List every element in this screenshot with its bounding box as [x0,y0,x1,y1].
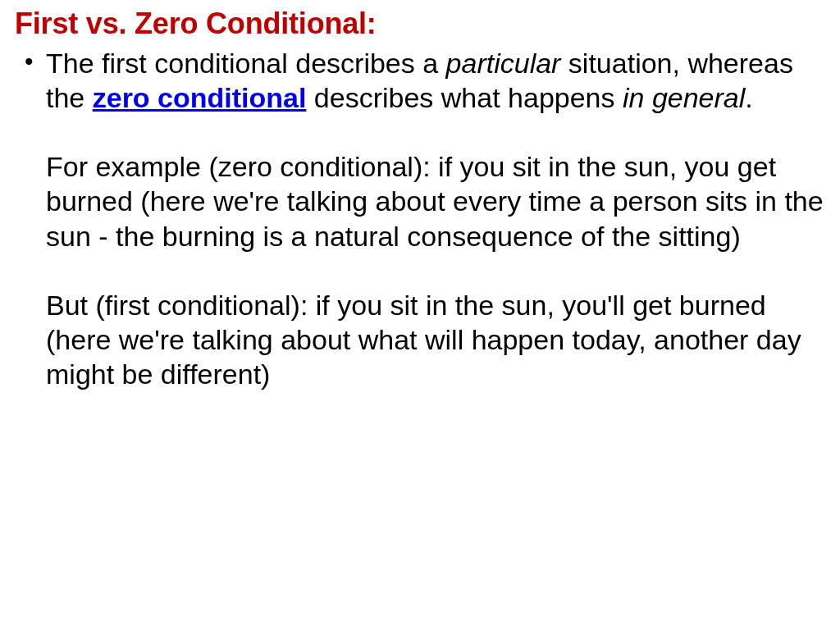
para3-text: But (first conditional): if you sit in t… [46,290,801,390]
bullet-item: The first conditional describes a partic… [46,46,825,391]
para1-text1: The first conditional describes a [46,48,446,79]
paragraph-gap [46,253,825,288]
para1-text4: . [745,82,752,113]
para2-text: For example (zero conditional): if you s… [46,151,824,251]
para1-text3: describes what happens [306,82,623,113]
paragraph-gap [46,115,825,149]
zero-conditional-link[interactable]: zero conditional [93,82,307,113]
content-list: The first conditional describes a partic… [15,46,825,391]
page-heading: First vs. Zero Conditional: [15,7,825,41]
para1-italic2: in general [623,82,745,113]
para1-italic1: particular [446,48,561,79]
